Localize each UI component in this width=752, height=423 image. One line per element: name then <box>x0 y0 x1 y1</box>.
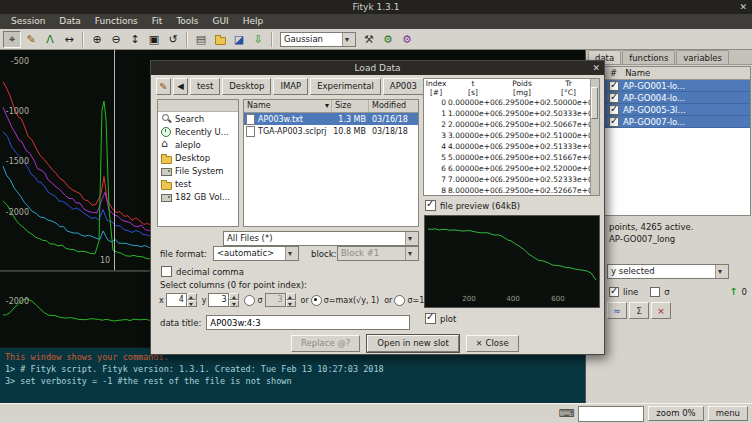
add-peak-mode-button[interactable]: Λ <box>41 31 59 48</box>
path-back-button[interactable]: ◀ <box>173 78 188 95</box>
file-row[interactable]: TGA-AP003.sclprj10.8 MB03/18/18 <box>244 125 418 137</box>
new-session-button[interactable]: ▤ <box>192 31 210 48</box>
place-desktop[interactable]: Desktop <box>158 151 238 164</box>
spinner-arrows[interactable] <box>286 293 296 307</box>
places-list[interactable]: SearchRecently U...aleploDesktopFile Sys… <box>157 99 239 227</box>
close-button[interactable]: Close <box>466 335 519 352</box>
sigma-max-radio[interactable] <box>311 295 322 306</box>
zoom-button[interactable]: zoom 0% <box>648 406 703 421</box>
place-file-system[interactable]: File System <box>158 164 238 177</box>
menu-gui[interactable]: GUI <box>206 14 236 29</box>
x-column-spinner[interactable]: 4 <box>166 293 197 307</box>
tab-functions[interactable]: functions <box>622 50 675 64</box>
file-preview-checkbox[interactable] <box>425 200 436 211</box>
sum-button[interactable]: Σ <box>629 302 649 319</box>
menu-tools[interactable]: Tools <box>169 14 205 29</box>
preview-plot[interactable]: 200400600 <box>424 215 600 308</box>
export-button[interactable]: ⇩ <box>249 31 267 48</box>
shift-up-icon[interactable] <box>729 286 737 297</box>
sigma-column-spinner[interactable]: 3 <box>265 293 296 307</box>
dialog-close-button[interactable]: ✕ <box>592 61 600 75</box>
menu-help[interactable]: Help <box>236 14 271 29</box>
dataset-checkbox[interactable] <box>609 81 619 91</box>
zoom-in-button[interactable]: ⊕ <box>88 31 106 48</box>
spin-up-icon[interactable] <box>187 293 197 300</box>
menu-functions[interactable]: Functions <box>88 14 145 29</box>
path-experimental-button[interactable]: Experimental <box>310 78 381 95</box>
data-edit-mode-button[interactable]: ✎ <box>22 31 40 48</box>
spinner-arrows[interactable] <box>187 293 197 307</box>
dataset-checkbox[interactable] <box>609 105 619 115</box>
activate-points-mode-button[interactable]: ↔ <box>60 31 78 48</box>
previous-zoom-button[interactable]: ↺ <box>164 31 182 48</box>
path-test-button[interactable]: test <box>190 78 220 95</box>
menu-data[interactable]: Data <box>52 14 88 29</box>
y-column-spinner[interactable]: 3 <box>208 293 239 307</box>
delete-dataset-button[interactable]: × <box>651 302 671 319</box>
gear-purple-button[interactable]: ⚙ <box>398 31 416 48</box>
plot-style-button[interactable]: ≈ <box>607 302 627 319</box>
dataset-checkbox[interactable] <box>609 117 619 127</box>
path-imap-button[interactable]: IMAP <box>273 78 308 95</box>
type-filename-button[interactable]: ✎ <box>156 78 171 95</box>
replace-button[interactable]: Replace @? <box>291 335 360 352</box>
gear-green-button[interactable]: ⚙ <box>379 31 397 48</box>
preview-table-row[interactable]: 77.00000e+0006.29500e+0002.52333e+001 <box>424 174 599 185</box>
preview-table-row[interactable]: 11.00000e+0006.29500e+0002.50333e+001 <box>424 108 599 119</box>
hammer-button[interactable]: ⚒ <box>360 31 378 48</box>
spin-down-icon[interactable] <box>286 300 296 307</box>
dataset-row[interactable]: AP-GO007-lo... <box>588 116 750 128</box>
preview-table[interactable]: IndextPoidsTr[#][s][mg][°C]00.00000e+000… <box>423 78 600 196</box>
zoom-vertical-button[interactable]: ↕ <box>126 31 144 48</box>
menu-button[interactable]: menu <box>708 406 748 421</box>
spin-down-icon[interactable] <box>229 300 239 307</box>
spin-up-icon[interactable] <box>229 293 239 300</box>
column-modified[interactable]: Modified <box>369 100 418 112</box>
spin-down-icon[interactable] <box>187 300 197 307</box>
preview-table-row[interactable]: 88.00000e+0006.29500e+0002.52667e+001 <box>424 185 599 196</box>
decimal-comma-checkbox[interactable] <box>161 266 172 277</box>
tab-variables[interactable]: variables <box>676 50 729 64</box>
open-in-new-slot-button[interactable]: Open in new slot <box>367 335 458 352</box>
plot-checkbox[interactable] <box>425 313 436 324</box>
data-title-input[interactable] <box>206 315 410 330</box>
zoom-all-button[interactable]: ▣ <box>145 31 163 48</box>
output-console[interactable]: This window shows your commands.1> # Fit… <box>0 347 585 403</box>
preview-table-row[interactable]: 22.00000e+0006.29500e+0002.50667e+001 <box>424 119 599 130</box>
file-format-combo[interactable]: <automatic> <box>213 246 299 261</box>
preview-table-row[interactable]: 55.00000e+0006.29500e+0002.51667e+001 <box>424 152 599 163</box>
dataset-checkbox[interactable] <box>609 93 619 103</box>
function-type-combo[interactable]: Gaussian <box>280 32 356 47</box>
scrollbar-thumb[interactable] <box>591 87 598 119</box>
command-input[interactable] <box>578 406 644 422</box>
place-aleplo[interactable]: aleplo <box>158 138 238 151</box>
dialog-titlebar[interactable]: Load Data ✕ <box>151 61 604 75</box>
place-182-gb-vol[interactable]: 182 GB Vol... <box>158 190 238 203</box>
sigma-one-radio[interactable] <box>394 295 405 306</box>
preview-table-row[interactable]: 33.00000e+0006.29500e+0002.51000e+001 <box>424 130 599 141</box>
titlebar[interactable]: Fityk 1.3.1 ✕ <box>0 0 752 14</box>
zoom-out-button[interactable]: ⊖ <box>107 31 125 48</box>
block-combo[interactable]: Block #1 <box>337 246 419 261</box>
open-session-button[interactable] <box>211 31 229 48</box>
zoom-mode-button[interactable]: ⌖ <box>3 31 21 48</box>
preview-table-row[interactable]: 44.00000e+0006.29500e+0002.51333e+001 <box>424 141 599 152</box>
sigma-checkbox[interactable] <box>650 287 660 297</box>
spinner-arrows[interactable] <box>229 293 239 307</box>
preview-table-scrollbar[interactable] <box>590 79 599 195</box>
file-list[interactable]: Name ▾ Size Modified AP003w.txt1.3 MB03/… <box>243 99 419 227</box>
file-row[interactable]: AP003w.txt1.3 MB03/16/18 <box>244 113 418 125</box>
place-recently-u[interactable]: Recently U... <box>158 125 238 138</box>
preview-table-row[interactable]: 00.00000e+0006.29500e+0002.50000e+001 <box>424 97 599 108</box>
sigma-column-radio[interactable] <box>244 295 255 306</box>
menu-session[interactable]: Session <box>4 14 52 29</box>
column-size[interactable]: Size <box>332 100 369 112</box>
place-test[interactable]: test <box>158 177 238 190</box>
path-ap003-button[interactable]: AP003 <box>383 78 424 95</box>
spin-up-icon[interactable] <box>286 293 296 300</box>
file-filter-combo[interactable]: All Files (*) <box>223 231 419 246</box>
column-name[interactable]: Name ▾ <box>244 100 332 112</box>
save-session-button[interactable]: ◪ <box>230 31 248 48</box>
menu-fit[interactable]: Fit <box>145 14 170 29</box>
place-search[interactable]: Search <box>158 112 238 125</box>
